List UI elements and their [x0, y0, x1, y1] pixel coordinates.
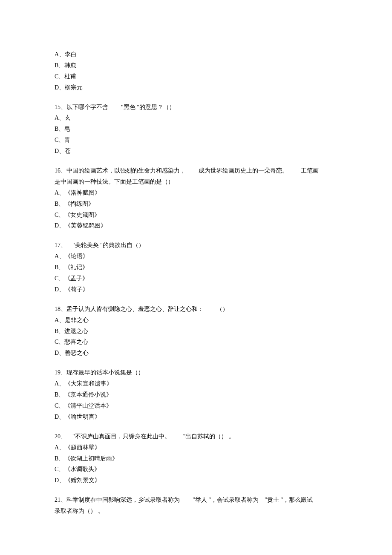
option-15-c: C、青: [55, 135, 337, 146]
q16-seg2: 成为世界绘画历史上的一朵奇葩。: [199, 167, 301, 174]
question-17: 17、"美轮美奂 "的典故出自（） A、《论语》 B、《礼记》 C、《孟子》 D…: [55, 240, 337, 295]
option-17-a: A、《论语》: [55, 251, 337, 262]
question-17-stem: 17、"美轮美奂 "的典故出自（）: [55, 240, 337, 251]
option-18-b: B、进退之心: [55, 326, 337, 337]
question-15: 15、以下哪个字不含"黑色 "的意思？（） A、玄 B、皂 C、青 D、苍: [55, 102, 337, 157]
option-20-c: C、《水调歌头》: [55, 464, 337, 475]
question-21: 21、科举制度在中国影响深远，乡试录取者称为"举人 "，会试录取者称为"贡士 "…: [55, 495, 337, 517]
q16-seg3: 工笔画: [301, 167, 319, 174]
option-19-d: D、《喻世明言》: [55, 411, 337, 423]
question-18-stem: 18、孟子认为人皆有恻隐之心、羞恶之心、辞让之心和：（）: [55, 304, 337, 315]
q16-seg4: 是中国画的一种技法。下面是工笔画的是（）: [55, 178, 174, 185]
option-14-a: A、李白: [55, 49, 337, 60]
option-20-b: B、《饮湖上初晴后雨》: [55, 453, 337, 464]
question-15-stem: 15、以下哪个字不含"黑色 "的意思？（）: [55, 102, 337, 113]
option-15-d: D、苍: [55, 146, 337, 157]
question-14-partial: A、李白 B、韩愈 C、杜甫 D、柳宗元: [55, 49, 337, 93]
option-16-c: C、《女史箴图》: [55, 210, 337, 221]
option-17-c: C、《孟子》: [55, 273, 337, 284]
option-18-d: D、善恶之心: [55, 348, 337, 359]
q15-seg1: 15、以下哪个字不含: [55, 104, 121, 110]
q16-seg1: 16、中国的绘画艺术，以强烈的生命力和感染力，: [55, 167, 199, 174]
option-14-d: D、柳宗元: [55, 82, 337, 93]
q21-seg2: "举人 "，会试录取者称为: [193, 497, 265, 503]
option-17-d: D、《荀子》: [55, 284, 337, 295]
option-15-a: A、玄: [55, 112, 337, 124]
q20-seg1: 20、: [55, 433, 72, 440]
q21-seg4: 录取者称为（） 。: [55, 508, 104, 514]
option-19-b: B、《京本通俗小说》: [55, 389, 337, 400]
q18-seg1: 18、孟子认为人皆有恻隐之心、羞恶之心、辞让之心和：: [55, 306, 216, 312]
q20-seg3: "出自苏轼的（） 。: [183, 433, 235, 440]
q20-seg2: "不识庐山真面目，只缘身在此山中。: [72, 433, 183, 440]
option-14-c: C、杜甫: [55, 71, 337, 82]
option-17-b: B、《礼记》: [55, 262, 337, 273]
option-15-b: B、皂: [55, 124, 337, 135]
option-19-a: A、《大宋宣和遗事》: [55, 378, 337, 389]
q17-seg2: "美轮美奂 "的典故出自（）: [72, 242, 144, 248]
option-16-d: D、《芙蓉锦鸡图》: [55, 220, 337, 231]
question-20-stem: 20、"不识庐山真面目，只缘身在此山中。"出自苏轼的（） 。: [55, 431, 337, 442]
q21-seg3: "贡士 "，那么殿试: [265, 497, 313, 503]
question-18: 18、孟子认为人皆有恻隐之心、羞恶之心、辞让之心和：（） A、是非之心 B、进退…: [55, 304, 337, 359]
option-14-b: B、韩愈: [55, 60, 337, 71]
option-18-c: C、悲喜之心: [55, 336, 337, 348]
question-19-stem: 19、现存最早的话本小说集是（）: [55, 367, 337, 378]
q21-seg1: 21、科举制度在中国影响深远，乡试录取者称为: [55, 497, 193, 503]
option-19-c: C、《清平山堂话本》: [55, 400, 337, 411]
question-21-stem: 21、科举制度在中国影响深远，乡试录取者称为"举人 "，会试录取者称为"贡士 "…: [55, 495, 337, 517]
option-20-d: D、《赠刘景文》: [55, 475, 337, 486]
question-20: 20、"不识庐山真面目，只缘身在此山中。"出自苏轼的（） 。 A、《题西林壁》 …: [55, 431, 337, 486]
q17-seg1: 17、: [55, 242, 72, 248]
q18-seg2: （）: [216, 306, 228, 312]
question-16: 16、中国的绘画艺术，以强烈的生命力和感染力，成为世界绘画历史上的一朵奇葩。工笔…: [55, 165, 337, 231]
option-18-a: A、是非之心: [55, 315, 337, 326]
question-19: 19、现存最早的话本小说集是（） A、《大宋宣和遗事》 B、《京本通俗小说》 C…: [55, 367, 337, 422]
q15-seg2: "黑色 "的意思？（）: [121, 104, 175, 110]
option-16-b: B、《掏练图》: [55, 198, 337, 210]
option-20-a: A、《题西林壁》: [55, 442, 337, 453]
question-16-stem: 16、中国的绘画艺术，以强烈的生命力和感染力，成为世界绘画历史上的一朵奇葩。工笔…: [55, 165, 337, 187]
option-16-a: A、《洛神赋图》: [55, 187, 337, 198]
